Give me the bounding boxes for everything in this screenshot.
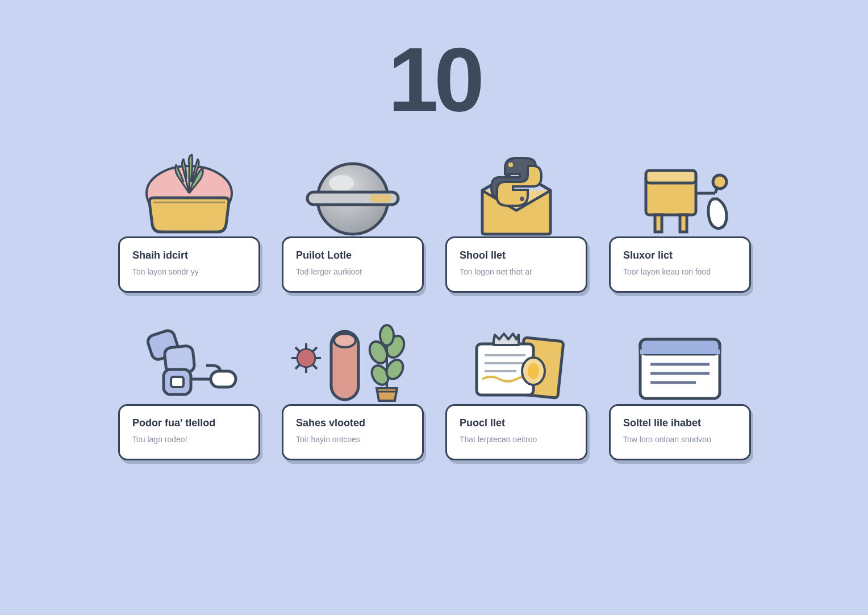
svg-rect-46 [640,350,720,354]
svg-point-43 [528,363,539,379]
svg-line-26 [295,364,300,369]
card-tile: Shool llet Ton logon net thot ar [445,148,587,293]
card-tile: Puilot Lotle Tod lergor aurkioot [282,148,424,293]
megaphone-icon [609,148,751,239]
card[interactable]: Podor fua' tlellod Tou lago rodeo! [118,404,260,460]
card[interactable]: Shool llet Ton logon net thot ar [445,236,587,293]
card-subtitle: Tow loro onloan snndvoo [623,435,737,444]
card-subtitle: That lerptecao oeitroo [460,435,573,444]
svg-point-12 [713,175,727,189]
card-title: Sahes vlooted [296,417,410,429]
card-tile: Sluxor lict Toor layon keau ron food [609,148,751,293]
card-title: Puilot Lotle [296,250,410,261]
card[interactable]: Puilot Lotle Tod lergor aurkioot [282,236,424,293]
card-subtitle: Tou lago rodeo! [132,435,246,444]
card-subtitle: Ton layon sondr yy [132,267,246,276]
card-subtitle: Toor layon keau ron food [623,267,737,276]
card[interactable]: Soltel lile ihabet Tow loro onloan snndv… [609,404,751,460]
svg-rect-9 [655,215,662,232]
card-title: Puocl llet [460,417,573,429]
card-title: Shaih idcirt [132,250,246,261]
svg-rect-18 [211,371,236,387]
svg-rect-10 [680,215,687,232]
card[interactable]: Sahes vlooted Toir hayin ontcoes [282,404,424,460]
browser-window-icon [609,315,751,406]
card-title: Soltel lile ihabet [623,417,737,429]
note-stack-icon [445,315,587,406]
card-subtitle: Tod lergor aurkioot [296,267,410,276]
sphere-icon [282,148,424,239]
card-tile: Puocl llet That lerptecao oeitroo [445,315,587,460]
capsule-plant-icon [282,315,424,406]
svg-rect-17 [171,377,183,387]
card-tile: Soltel lile ihabet Tow loro onloan snndv… [609,315,751,460]
card-tile: Podor fua' tlellod Tou lago rodeo! [118,315,260,460]
card-title: Shool llet [460,250,573,261]
card-title: Podor fua' tlellod [132,417,246,429]
svg-point-35 [380,325,394,346]
card[interactable]: Sluxor lict Toor layon keau ron food [609,236,751,293]
page-number: 10 [388,34,480,125]
svg-rect-8 [646,171,696,183]
svg-point-29 [334,334,356,347]
svg-point-5 [508,163,513,167]
plant-bowl-icon [118,148,260,239]
svg-point-6 [520,197,524,201]
card-grid: Shaih idcirt Ton layon sondr yy Puilot L… [118,148,750,460]
svg-rect-4 [370,194,391,202]
card-tile: Sahes vlooted Toir hayin ontcoes [282,315,424,460]
card-title: Sluxor lict [623,250,737,261]
card-subtitle: Ton logon net thot ar [460,267,573,276]
python-envelope-icon [445,148,587,239]
card-tile: Shaih idcirt Ton layon sondr yy [118,148,260,293]
chain-shapes-icon [118,315,260,406]
card[interactable]: Puocl llet That lerptecao oeitroo [445,404,587,460]
card-subtitle: Toir hayin ontcoes [296,435,410,444]
svg-line-27 [312,364,317,369]
card[interactable]: Shaih idcirt Ton layon sondr yy [118,236,260,293]
svg-line-25 [312,347,317,352]
svg-line-24 [295,347,300,352]
svg-point-2 [329,175,354,191]
